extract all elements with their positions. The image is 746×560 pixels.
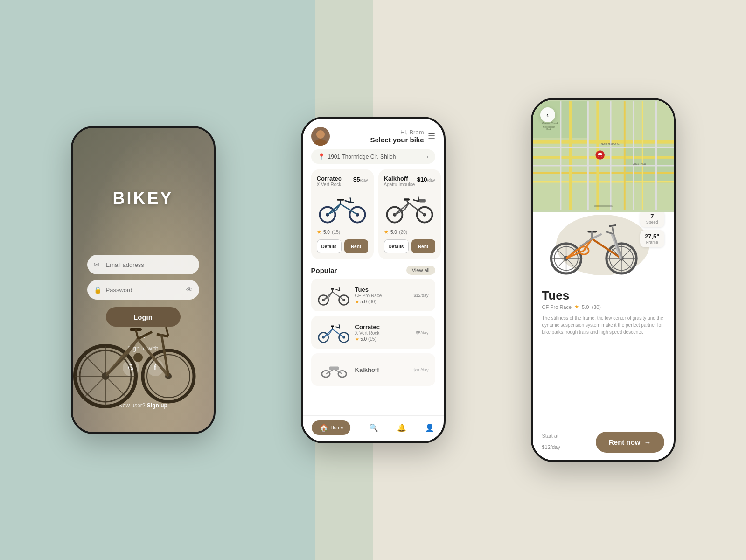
svg-line-51 — [406, 201, 409, 203]
svg-point-25 — [316, 130, 325, 139]
svg-rect-87 — [533, 172, 674, 174]
rent-now-button[interactable]: Rent now → — [596, 432, 664, 453]
svg-line-119 — [566, 259, 577, 269]
greeting-hi: Hi, Bram — [330, 129, 424, 136]
nav-notifications[interactable]: 🔔 — [397, 423, 406, 432]
phone-detail: Walnut Creek Metropolitan Park NORTH SHO… — [531, 98, 676, 462]
rent-button-0[interactable]: Rent — [344, 239, 368, 253]
card-buttons-0: Details Rent — [317, 239, 368, 253]
map-section: Walnut Creek Metropolitan Park NORTH SHO… — [533, 100, 674, 212]
bike-card-0: Corratec X Vert Rock $5/day — [311, 169, 374, 259]
popular-model-1: X Vert Rock — [355, 330, 411, 336]
phone-login: BIKEY ✉ 🔒 👁 Login or Sign in with G f — [71, 126, 216, 434]
card-img-1 — [384, 191, 435, 224]
svg-rect-94 — [533, 165, 674, 166]
svg-line-129 — [611, 259, 621, 269]
popular-item-0: Tues CF Pro Race ★ 5.0 (30) $12/day — [311, 279, 435, 311]
location-bar[interactable]: 📍 1901 Thornridge Cir. Shiloh › — [311, 149, 435, 164]
svg-line-128 — [621, 248, 632, 259]
back-button[interactable]: ‹ — [540, 107, 555, 122]
svg-line-48 — [413, 200, 419, 202]
bike-cards-row: Corratec X Vert Rock $5/day — [303, 169, 444, 259]
svg-line-23 — [84, 376, 105, 398]
svg-line-121 — [555, 259, 566, 269]
svg-text:CRESTVIEW: CRESTVIEW — [633, 163, 646, 165]
svg-rect-92 — [641, 101, 643, 210]
popular-price-2: $10/day — [413, 366, 428, 373]
card-stars-1: ★ 5.0 (20) — [384, 227, 435, 236]
detail-bike-area: 7 Speed 27,5" Frame — [542, 212, 664, 285]
popular-stars-0: ★ 5.0 (30) — [355, 299, 409, 304]
svg-line-31 — [327, 204, 340, 215]
card-img-0 — [317, 191, 368, 224]
svg-line-127 — [621, 259, 632, 269]
bike-illustration — [71, 283, 199, 413]
nav-search[interactable]: 🔍 — [369, 423, 378, 432]
svg-rect-99 — [655, 101, 657, 210]
details-button-1[interactable]: Details — [384, 239, 409, 253]
popular-item-2: Kalkhoff $10/day — [311, 353, 435, 386]
email-input-wrap: ✉ — [87, 255, 199, 274]
rent-button-1[interactable]: Rent — [411, 239, 435, 253]
popular-brand-1: Corratec — [355, 323, 411, 330]
popular-stars-1: ★ 5.0 (15) — [355, 336, 411, 342]
svg-rect-81 — [329, 366, 339, 370]
home-header: Hi, Bram Select your bike ☰ — [303, 119, 444, 149]
svg-text:Metropolitan: Metropolitan — [543, 126, 555, 128]
detail-price: $12/day — [542, 439, 560, 452]
location-text: 1901 Thornridge Cir. Shiloh — [328, 154, 396, 160]
location-chevron-icon: › — [427, 154, 429, 160]
popular-item-1: Corratec X Vert Rock ★ 5.0 (15) $5/day — [311, 316, 435, 349]
nav-home[interactable]: 🏠 Home — [312, 420, 350, 435]
svg-rect-97 — [610, 101, 611, 210]
popular-brand-2: Kalkhoff — [355, 366, 409, 373]
drag-handle[interactable] — [594, 205, 613, 207]
bike-card-1: Kalkhoff Agattu Impulse $10/day — [378, 169, 441, 259]
card-model-0: X Vert Rock — [317, 182, 342, 187]
bell-icon: 🔔 — [397, 423, 406, 432]
nav-profile[interactable]: 👤 — [425, 423, 434, 432]
detail-bike-name: Tues — [542, 288, 664, 303]
svg-rect-63 — [331, 288, 334, 290]
card-brand-1: Kalkhoff — [384, 175, 415, 182]
popular-list: Tues CF Pro Race ★ 5.0 (30) $12/day — [303, 279, 444, 386]
greeting-select: Select your bike — [330, 136, 424, 144]
svg-line-10 — [138, 332, 152, 339]
svg-line-21 — [105, 376, 127, 398]
view-all-button[interactable]: View all — [406, 266, 435, 275]
card-buttons-1: Details Rent — [384, 239, 435, 253]
svg-rect-88 — [533, 181, 674, 183]
phone-home: Hi, Bram Select your bike ☰ 📍 1901 Thorn… — [301, 117, 446, 443]
detail-footer: Start at $12/day Rent now → — [542, 424, 664, 453]
svg-line-22 — [105, 354, 127, 376]
email-input[interactable] — [87, 255, 199, 274]
home-icon: 🏠 — [319, 423, 328, 432]
popular-price-0: $12/day — [413, 292, 428, 298]
greeting: Hi, Bram Select your bike — [330, 129, 428, 144]
svg-line-139 — [609, 225, 615, 226]
svg-rect-91 — [623, 101, 625, 210]
popular-title: Popular — [311, 266, 337, 274]
popular-img-2 — [318, 358, 350, 381]
popular-model-0: CF Pro Race — [355, 293, 409, 298]
popular-info-1: Corratec X Vert Rock ★ 5.0 (15) — [355, 323, 411, 342]
svg-rect-98 — [633, 101, 634, 210]
profile-icon: 👤 — [425, 423, 434, 432]
menu-icon[interactable]: ☰ — [428, 131, 435, 141]
detail-star-icon: ★ — [574, 304, 579, 310]
details-button-0[interactable]: Details — [317, 239, 342, 253]
detail-bike-image — [544, 212, 647, 278]
card-brand-0: Corratec — [317, 175, 342, 182]
detail-section: 7 Speed 27,5" Frame Tues CF Pro Race ★ 5… — [533, 212, 674, 460]
popular-info-2: Kalkhoff — [355, 366, 409, 373]
app-logo: BIKEY — [112, 189, 173, 208]
popular-header: Popular View all — [303, 259, 444, 279]
svg-rect-52 — [419, 199, 426, 202]
svg-point-11 — [133, 353, 143, 362]
user-avatar[interactable] — [311, 127, 330, 146]
svg-line-134 — [592, 234, 601, 238]
svg-text:NORTH SHORE: NORTH SHORE — [601, 142, 620, 145]
svg-point-26 — [314, 139, 327, 146]
popular-info-0: Tues CF Pro Race ★ 5.0 (30) — [355, 286, 409, 304]
svg-line-118 — [555, 248, 566, 259]
